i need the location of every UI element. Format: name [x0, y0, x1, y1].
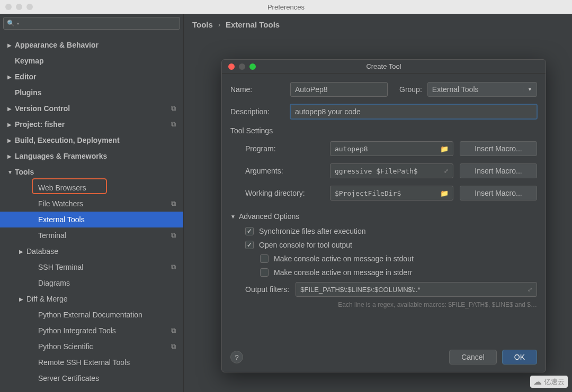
- insert-macro-arguments-button[interactable]: Insert Macro...: [460, 163, 537, 178]
- sidebar-item-ssh-terminal[interactable]: ▶SSH Terminal⧉: [0, 259, 183, 275]
- name-label: Name:: [230, 85, 285, 94]
- traffic-lights: [0, 4, 33, 10]
- name-input[interactable]: [290, 82, 388, 97]
- search-icon: 🔍: [7, 20, 15, 27]
- tree-label: Server Certificates: [38, 374, 99, 382]
- tree-label: Tools: [15, 168, 34, 176]
- advanced-options-toggle[interactable]: ▼ Advanced Options: [230, 212, 537, 221]
- sidebar-item-build-execution-deployment[interactable]: ▶Build, Execution, Deployment: [0, 132, 183, 148]
- sync-files-checkbox-row[interactable]: Synchronize files after execution: [245, 227, 537, 235]
- tree-label: Diagrams: [38, 279, 70, 287]
- sidebar-item-plugins[interactable]: ▶Plugins: [0, 85, 183, 101]
- tree-label: Build, Execution, Deployment: [15, 136, 120, 144]
- sidebar-item-python-integrated-tools[interactable]: ▶Python Integrated Tools⧉: [0, 323, 183, 339]
- tree-label: SSH Terminal: [38, 263, 83, 271]
- tree-label: Python Integrated Tools: [38, 326, 116, 335]
- tree-label: Diff & Merge: [26, 295, 68, 303]
- maximize-window-icon[interactable]: [26, 4, 33, 10]
- insert-macro-program-button[interactable]: Insert Macro...: [460, 141, 537, 156]
- breadcrumb: Tools › External Tools: [184, 14, 572, 35]
- sidebar-item-file-watchers[interactable]: ▶File Watchers⧉: [0, 196, 183, 212]
- sidebar-item-appearance-behavior[interactable]: ▶Appearance & Behavior: [0, 37, 183, 53]
- close-window-icon[interactable]: [5, 4, 12, 10]
- sidebar-item-keymap[interactable]: ▶Keymap: [0, 53, 183, 69]
- search-input[interactable]: 🔍 ▾: [3, 17, 180, 30]
- tree-arrow-icon[interactable]: ▶: [19, 296, 26, 302]
- tree-arrow-icon[interactable]: ▶: [7, 138, 15, 143]
- dialog-zoom-icon[interactable]: [249, 63, 256, 70]
- breadcrumb-separator: ›: [218, 21, 220, 29]
- search-dropdown-icon[interactable]: ▾: [17, 21, 19, 26]
- breadcrumb-leaf: External Tools: [226, 20, 280, 29]
- cancel-button[interactable]: Cancel: [449, 350, 497, 364]
- expand-icon[interactable]: ⤢: [444, 168, 449, 175]
- workdir-label: Working directory:: [245, 189, 324, 197]
- workdir-input[interactable]: $ProjectFileDir$ 📁: [330, 186, 453, 200]
- sidebar-item-project-fisher[interactable]: ▶Project: fisher⧉: [0, 116, 183, 132]
- sidebar-item-external-tools[interactable]: ▶External Tools: [0, 212, 183, 227]
- tree-label: Web Browsers: [38, 184, 86, 192]
- sidebar-item-python-scientific[interactable]: ▶Python Scientific⧉: [0, 339, 183, 354]
- expand-icon[interactable]: ⤢: [528, 286, 532, 293]
- output-filters-input[interactable]: $FILE_PATH$\:$LINE$\:$COLUMN$\:.* ⤢: [296, 282, 537, 297]
- ok-button[interactable]: OK: [502, 350, 537, 364]
- copy-icon: ⧉: [171, 342, 176, 351]
- sidebar-item-remote-ssh-external-tools[interactable]: ▶Remote SSH External Tools: [0, 354, 183, 370]
- sidebar-item-diff-merge[interactable]: ▶Diff & Merge: [0, 291, 183, 307]
- sidebar-item-diagrams[interactable]: ▶Diagrams: [0, 275, 183, 291]
- create-tool-dialog: Create Tool Name: Group: External Tools …: [221, 59, 546, 372]
- insert-macro-workdir-button[interactable]: Insert Macro...: [460, 186, 537, 200]
- dialog-titlebar: Create Tool: [222, 60, 546, 74]
- group-value: External Tools: [432, 85, 479, 94]
- minimize-window-icon[interactable]: [16, 4, 22, 10]
- tree-arrow-icon[interactable]: ▶: [7, 122, 15, 127]
- tree-arrow-icon[interactable]: ▶: [7, 106, 15, 112]
- copy-icon: ⧉: [171, 199, 176, 208]
- dialog-close-icon[interactable]: [228, 63, 235, 70]
- tree-arrow-icon[interactable]: ▼: [7, 169, 15, 175]
- dialog-title: Create Tool: [366, 62, 401, 70]
- sidebar-item-version-control[interactable]: ▶Version Control⧉: [0, 101, 183, 116]
- stdout-checkbox-row[interactable]: Make console active on message in stdout: [245, 254, 537, 263]
- chevron-down-icon: ▼: [230, 214, 236, 220]
- checkbox-icon[interactable]: [260, 254, 269, 263]
- sidebar-item-editor[interactable]: ▶Editor: [0, 69, 183, 85]
- folder-icon[interactable]: 📁: [440, 189, 449, 197]
- sidebar-item-server-certificates[interactable]: ▶Server Certificates: [0, 370, 183, 386]
- tree-label: Project: fisher: [15, 120, 65, 129]
- group-label: Group:: [399, 85, 422, 94]
- description-input[interactable]: [290, 104, 537, 119]
- program-label: Program:: [245, 144, 324, 153]
- sidebar-item-python-external-documentation[interactable]: ▶Python External Documentation: [0, 307, 183, 323]
- folder-icon[interactable]: 📁: [440, 145, 449, 153]
- tree-label: File Watchers: [38, 199, 83, 208]
- breadcrumb-root[interactable]: Tools: [192, 20, 213, 29]
- copy-icon: ⧉: [171, 120, 176, 129]
- tree-arrow-icon[interactable]: ▶: [19, 249, 26, 254]
- arguments-input[interactable]: ggressive $FilePath$ ⤢: [330, 163, 453, 178]
- checkbox-icon[interactable]: [260, 268, 269, 277]
- sidebar-item-tools[interactable]: ▼Tools: [0, 164, 183, 180]
- tree-arrow-icon[interactable]: ▶: [7, 42, 15, 48]
- tree-label: Editor: [15, 72, 36, 81]
- sidebar-item-terminal[interactable]: ▶Terminal⧉: [0, 227, 183, 243]
- checkbox-checked-icon[interactable]: [245, 241, 254, 249]
- stderr-checkbox-row[interactable]: Make console active on message in stderr: [245, 268, 537, 277]
- group-select[interactable]: External Tools ▼: [427, 82, 537, 97]
- tree-arrow-icon[interactable]: ▶: [7, 74, 15, 80]
- tree-label: Python Scientific: [38, 342, 93, 351]
- watermark: ☁ 亿速云: [530, 376, 568, 388]
- program-input[interactable]: autopep8 📁: [330, 141, 453, 156]
- output-filters-label: Output filters:: [245, 285, 289, 294]
- copy-icon: ⧉: [171, 231, 176, 240]
- tree-label: Keymap: [15, 57, 43, 65]
- sidebar-item-database[interactable]: ▶Database: [0, 243, 183, 259]
- sidebar-item-web-browsers[interactable]: ▶Web Browsers: [0, 180, 183, 196]
- open-console-checkbox-row[interactable]: Open console for tool output: [245, 241, 537, 249]
- tree-label: Version Control: [15, 104, 70, 113]
- checkbox-checked-icon[interactable]: [245, 227, 254, 235]
- sidebar-item-languages-frameworks[interactable]: ▶Languages & Frameworks: [0, 148, 183, 164]
- tree-arrow-icon[interactable]: ▶: [7, 153, 15, 159]
- help-button[interactable]: ?: [230, 351, 243, 363]
- tree-label: Database: [26, 247, 58, 256]
